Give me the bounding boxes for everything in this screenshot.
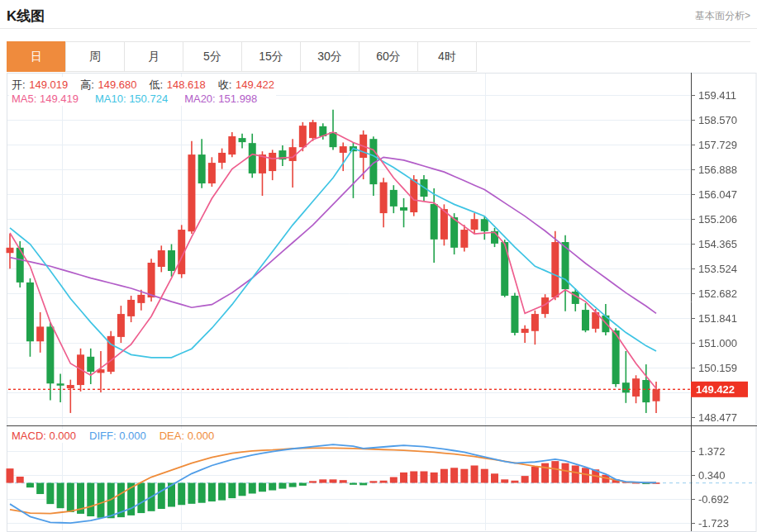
legend-item: MA20: 151.998: [184, 93, 257, 105]
legend-item: DIFF: 0.000: [89, 430, 146, 442]
legend-item: MA10: 150.724: [95, 93, 168, 105]
macd-legend: MACD: 0.000DIFF: 0.000DEA: 0.000: [9, 429, 230, 443]
ma-legend: MA5: 149.419MA10: 150.724MA20: 151.998: [9, 92, 276, 106]
legend-item: MACD: 0.000: [12, 430, 76, 442]
legend-item: 低: 148.618: [149, 78, 205, 91]
legend-item: DEA: 0.000: [159, 430, 215, 442]
legend-item: 收: 149.422: [218, 78, 274, 91]
legend-item: 开: 149.019: [12, 78, 68, 91]
ohlc-legend: 开: 149.019高: 149.680低: 148.618收: 149.422: [9, 77, 289, 93]
legend-item: MA5: 149.419: [12, 93, 79, 105]
kline-page: K线图 基本面分析> 日周月5分15分30分60分4时 开: 149.019高:…: [0, 0, 757, 532]
legend-item: 高: 149.680: [80, 78, 136, 91]
